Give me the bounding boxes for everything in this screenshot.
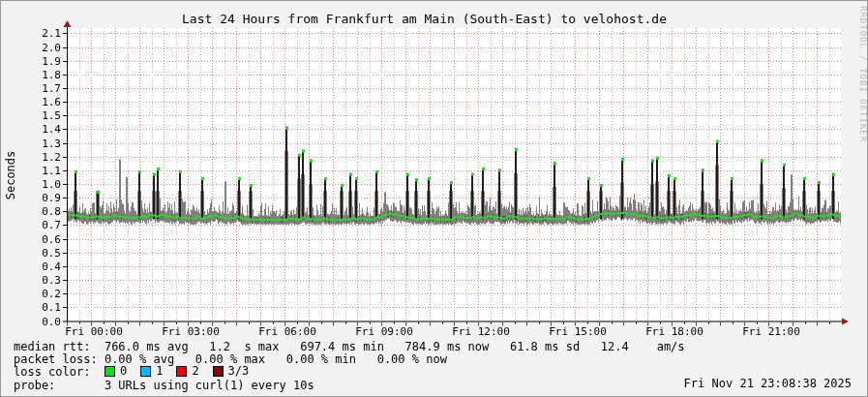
y-tick-label: 1.0 bbox=[24, 179, 61, 190]
x-tick-label: Fri 06:00 bbox=[244, 326, 331, 337]
y-tick-label: 2.0 bbox=[24, 43, 61, 53]
x-tick-label: Fri 09:00 bbox=[341, 326, 428, 337]
y-tick-label: 0.9 bbox=[24, 193, 61, 203]
y-tick-label: 0.5 bbox=[24, 248, 61, 259]
y-tick-label: 0.4 bbox=[24, 261, 61, 272]
loss-color-item: 3/3 bbox=[213, 365, 250, 378]
latency-chart-canvas bbox=[1, 1, 868, 397]
probe-label: probe: bbox=[14, 380, 105, 392]
y-tick-label: 1.9 bbox=[24, 56, 61, 67]
y-tick-label: 0.1 bbox=[24, 302, 61, 313]
y-tick-label: 1.7 bbox=[24, 83, 61, 94]
y-tick-label: 0.7 bbox=[24, 220, 61, 230]
rrdtool-watermark: RRDTOOL / TOBI OETIKER bbox=[858, 6, 868, 142]
y-tick-label: 0.3 bbox=[24, 275, 61, 286]
loss-color-item: 0 bbox=[105, 365, 127, 378]
y-tick-label: 0.6 bbox=[24, 234, 61, 245]
probe-value: 3 URLs using curl(1) every 10s bbox=[105, 380, 314, 392]
loss-color-item: 2 bbox=[176, 365, 198, 378]
y-tick-label: 1.4 bbox=[24, 124, 61, 135]
loss-color-row: loss color:0123/3 bbox=[14, 366, 685, 379]
y-tick-label: 1.3 bbox=[24, 138, 61, 149]
loss-color-swatch bbox=[213, 366, 224, 377]
y-tick-label: 2.1 bbox=[24, 28, 61, 39]
loss-color-value: 3/3 bbox=[228, 365, 250, 378]
y-tick-label: 1.6 bbox=[24, 97, 61, 107]
y-tick-label: 0.2 bbox=[24, 289, 61, 299]
chart-title: Last 24 Hours from Frankfurt am Main (So… bbox=[1, 12, 848, 26]
stats-legend: median rtt:766.0 ms avg 1.2 s max 697.4 … bbox=[14, 341, 685, 392]
y-tick-label: 1.8 bbox=[24, 70, 61, 80]
y-tick-label: 1.5 bbox=[24, 110, 61, 121]
loss-color-swatch bbox=[105, 366, 115, 377]
probe-row: probe:3 URLs using curl(1) every 10s bbox=[14, 380, 685, 392]
y-tick-label: 0.0 bbox=[24, 317, 61, 327]
generated-timestamp: Fri Nov 21 23:08:38 2025 bbox=[684, 377, 852, 390]
y-tick-label: 0.8 bbox=[24, 206, 61, 217]
loss-color-item: 1 bbox=[140, 365, 163, 378]
x-tick-label: Fri 03:00 bbox=[147, 326, 234, 337]
x-tick-label: Fri 18:00 bbox=[631, 326, 718, 337]
x-tick-label: Fri 00:00 bbox=[50, 326, 137, 337]
y-tick-label: 1.2 bbox=[24, 152, 61, 163]
loss-color-value: 1 bbox=[156, 365, 163, 378]
loss-color-value: 2 bbox=[192, 365, 198, 378]
loss-color-swatch bbox=[140, 366, 151, 377]
y-axis-title: Seconds bbox=[4, 103, 17, 248]
x-tick-label: Fri 21:00 bbox=[728, 326, 815, 337]
x-tick-label: Fri 12:00 bbox=[437, 326, 524, 337]
x-tick-label: Fri 15:00 bbox=[534, 326, 621, 337]
loss-color-label: loss color: bbox=[14, 366, 105, 379]
smokeping-graph: Last 24 Hours from Frankfurt am Main (So… bbox=[0, 0, 868, 397]
y-tick-label: 1.1 bbox=[24, 166, 61, 176]
loss-color-swatch bbox=[176, 366, 187, 377]
loss-color-value: 0 bbox=[120, 365, 127, 378]
